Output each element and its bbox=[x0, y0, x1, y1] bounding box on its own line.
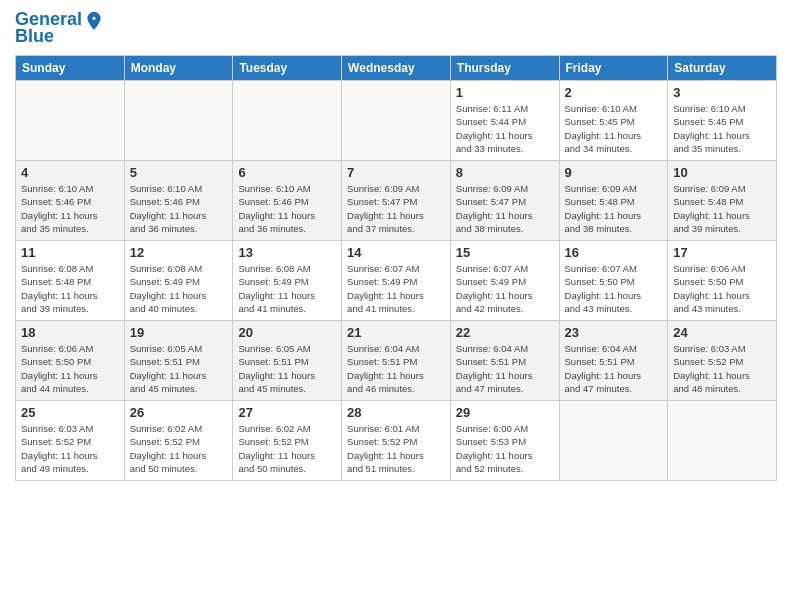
day-info: Sunrise: 6:03 AM Sunset: 5:52 PM Dayligh… bbox=[673, 342, 771, 395]
day-cell: 7Sunrise: 6:09 AM Sunset: 5:47 PM Daylig… bbox=[342, 161, 451, 241]
day-cell: 15Sunrise: 6:07 AM Sunset: 5:49 PM Dayli… bbox=[450, 241, 559, 321]
week-row-5: 25Sunrise: 6:03 AM Sunset: 5:52 PM Dayli… bbox=[16, 401, 777, 481]
calendar-table: SundayMondayTuesdayWednesdayThursdayFrid… bbox=[15, 55, 777, 481]
day-number: 22 bbox=[456, 325, 554, 340]
day-info: Sunrise: 6:07 AM Sunset: 5:49 PM Dayligh… bbox=[347, 262, 445, 315]
day-number: 18 bbox=[21, 325, 119, 340]
week-row-2: 4Sunrise: 6:10 AM Sunset: 5:46 PM Daylig… bbox=[16, 161, 777, 241]
day-number: 28 bbox=[347, 405, 445, 420]
day-info: Sunrise: 6:07 AM Sunset: 5:50 PM Dayligh… bbox=[565, 262, 663, 315]
day-cell bbox=[559, 401, 668, 481]
day-cell: 27Sunrise: 6:02 AM Sunset: 5:52 PM Dayli… bbox=[233, 401, 342, 481]
col-header-monday: Monday bbox=[124, 56, 233, 81]
day-number: 14 bbox=[347, 245, 445, 260]
week-row-1: 1Sunrise: 6:11 AM Sunset: 5:44 PM Daylig… bbox=[16, 81, 777, 161]
week-row-3: 11Sunrise: 6:08 AM Sunset: 5:48 PM Dayli… bbox=[16, 241, 777, 321]
day-cell: 14Sunrise: 6:07 AM Sunset: 5:49 PM Dayli… bbox=[342, 241, 451, 321]
day-info: Sunrise: 6:11 AM Sunset: 5:44 PM Dayligh… bbox=[456, 102, 554, 155]
day-number: 25 bbox=[21, 405, 119, 420]
day-cell: 22Sunrise: 6:04 AM Sunset: 5:51 PM Dayli… bbox=[450, 321, 559, 401]
day-number: 10 bbox=[673, 165, 771, 180]
day-info: Sunrise: 6:08 AM Sunset: 5:48 PM Dayligh… bbox=[21, 262, 119, 315]
day-info: Sunrise: 6:02 AM Sunset: 5:52 PM Dayligh… bbox=[238, 422, 336, 475]
day-cell: 2Sunrise: 6:10 AM Sunset: 5:45 PM Daylig… bbox=[559, 81, 668, 161]
day-cell: 21Sunrise: 6:04 AM Sunset: 5:51 PM Dayli… bbox=[342, 321, 451, 401]
day-cell: 25Sunrise: 6:03 AM Sunset: 5:52 PM Dayli… bbox=[16, 401, 125, 481]
day-number: 20 bbox=[238, 325, 336, 340]
day-cell: 28Sunrise: 6:01 AM Sunset: 5:52 PM Dayli… bbox=[342, 401, 451, 481]
day-info: Sunrise: 6:06 AM Sunset: 5:50 PM Dayligh… bbox=[21, 342, 119, 395]
day-number: 23 bbox=[565, 325, 663, 340]
day-cell: 29Sunrise: 6:00 AM Sunset: 5:53 PM Dayli… bbox=[450, 401, 559, 481]
day-info: Sunrise: 6:04 AM Sunset: 5:51 PM Dayligh… bbox=[347, 342, 445, 395]
day-cell bbox=[124, 81, 233, 161]
day-info: Sunrise: 6:06 AM Sunset: 5:50 PM Dayligh… bbox=[673, 262, 771, 315]
day-info: Sunrise: 6:03 AM Sunset: 5:52 PM Dayligh… bbox=[21, 422, 119, 475]
day-cell: 23Sunrise: 6:04 AM Sunset: 5:51 PM Dayli… bbox=[559, 321, 668, 401]
col-header-friday: Friday bbox=[559, 56, 668, 81]
day-cell: 18Sunrise: 6:06 AM Sunset: 5:50 PM Dayli… bbox=[16, 321, 125, 401]
day-cell: 5Sunrise: 6:10 AM Sunset: 5:46 PM Daylig… bbox=[124, 161, 233, 241]
page: General Blue SundayMondayTuesdayWednesda… bbox=[0, 0, 792, 612]
day-number: 21 bbox=[347, 325, 445, 340]
day-cell: 6Sunrise: 6:10 AM Sunset: 5:46 PM Daylig… bbox=[233, 161, 342, 241]
day-number: 26 bbox=[130, 405, 228, 420]
day-info: Sunrise: 6:00 AM Sunset: 5:53 PM Dayligh… bbox=[456, 422, 554, 475]
day-number: 15 bbox=[456, 245, 554, 260]
day-cell: 10Sunrise: 6:09 AM Sunset: 5:48 PM Dayli… bbox=[668, 161, 777, 241]
day-cell: 8Sunrise: 6:09 AM Sunset: 5:47 PM Daylig… bbox=[450, 161, 559, 241]
day-cell bbox=[16, 81, 125, 161]
col-header-wednesday: Wednesday bbox=[342, 56, 451, 81]
day-number: 19 bbox=[130, 325, 228, 340]
day-number: 3 bbox=[673, 85, 771, 100]
day-number: 7 bbox=[347, 165, 445, 180]
day-number: 5 bbox=[130, 165, 228, 180]
day-cell: 26Sunrise: 6:02 AM Sunset: 5:52 PM Dayli… bbox=[124, 401, 233, 481]
col-header-thursday: Thursday bbox=[450, 56, 559, 81]
day-number: 11 bbox=[21, 245, 119, 260]
week-row-4: 18Sunrise: 6:06 AM Sunset: 5:50 PM Dayli… bbox=[16, 321, 777, 401]
day-cell bbox=[233, 81, 342, 161]
day-cell: 17Sunrise: 6:06 AM Sunset: 5:50 PM Dayli… bbox=[668, 241, 777, 321]
day-info: Sunrise: 6:09 AM Sunset: 5:48 PM Dayligh… bbox=[673, 182, 771, 235]
day-info: Sunrise: 6:09 AM Sunset: 5:47 PM Dayligh… bbox=[347, 182, 445, 235]
day-cell: 3Sunrise: 6:10 AM Sunset: 5:45 PM Daylig… bbox=[668, 81, 777, 161]
day-cell bbox=[342, 81, 451, 161]
day-info: Sunrise: 6:04 AM Sunset: 5:51 PM Dayligh… bbox=[456, 342, 554, 395]
day-info: Sunrise: 6:09 AM Sunset: 5:48 PM Dayligh… bbox=[565, 182, 663, 235]
day-info: Sunrise: 6:10 AM Sunset: 5:45 PM Dayligh… bbox=[673, 102, 771, 155]
day-info: Sunrise: 6:10 AM Sunset: 5:46 PM Dayligh… bbox=[238, 182, 336, 235]
day-cell: 19Sunrise: 6:05 AM Sunset: 5:51 PM Dayli… bbox=[124, 321, 233, 401]
col-header-saturday: Saturday bbox=[668, 56, 777, 81]
day-number: 9 bbox=[565, 165, 663, 180]
header-row: SundayMondayTuesdayWednesdayThursdayFrid… bbox=[16, 56, 777, 81]
day-number: 17 bbox=[673, 245, 771, 260]
day-number: 29 bbox=[456, 405, 554, 420]
col-header-tuesday: Tuesday bbox=[233, 56, 342, 81]
day-info: Sunrise: 6:07 AM Sunset: 5:49 PM Dayligh… bbox=[456, 262, 554, 315]
day-info: Sunrise: 6:04 AM Sunset: 5:51 PM Dayligh… bbox=[565, 342, 663, 395]
logo-icon bbox=[84, 10, 104, 30]
day-cell: 9Sunrise: 6:09 AM Sunset: 5:48 PM Daylig… bbox=[559, 161, 668, 241]
day-info: Sunrise: 6:10 AM Sunset: 5:46 PM Dayligh… bbox=[130, 182, 228, 235]
day-info: Sunrise: 6:08 AM Sunset: 5:49 PM Dayligh… bbox=[238, 262, 336, 315]
day-number: 4 bbox=[21, 165, 119, 180]
header: General Blue bbox=[15, 10, 777, 47]
day-info: Sunrise: 6:01 AM Sunset: 5:52 PM Dayligh… bbox=[347, 422, 445, 475]
day-cell bbox=[668, 401, 777, 481]
day-number: 6 bbox=[238, 165, 336, 180]
day-info: Sunrise: 6:02 AM Sunset: 5:52 PM Dayligh… bbox=[130, 422, 228, 475]
day-number: 16 bbox=[565, 245, 663, 260]
day-info: Sunrise: 6:09 AM Sunset: 5:47 PM Dayligh… bbox=[456, 182, 554, 235]
day-cell: 16Sunrise: 6:07 AM Sunset: 5:50 PM Dayli… bbox=[559, 241, 668, 321]
day-number: 24 bbox=[673, 325, 771, 340]
day-number: 8 bbox=[456, 165, 554, 180]
day-number: 2 bbox=[565, 85, 663, 100]
day-cell: 1Sunrise: 6:11 AM Sunset: 5:44 PM Daylig… bbox=[450, 81, 559, 161]
day-info: Sunrise: 6:10 AM Sunset: 5:46 PM Dayligh… bbox=[21, 182, 119, 235]
day-info: Sunrise: 6:08 AM Sunset: 5:49 PM Dayligh… bbox=[130, 262, 228, 315]
logo: General Blue bbox=[15, 10, 104, 47]
day-info: Sunrise: 6:05 AM Sunset: 5:51 PM Dayligh… bbox=[130, 342, 228, 395]
day-info: Sunrise: 6:10 AM Sunset: 5:45 PM Dayligh… bbox=[565, 102, 663, 155]
day-cell: 11Sunrise: 6:08 AM Sunset: 5:48 PM Dayli… bbox=[16, 241, 125, 321]
